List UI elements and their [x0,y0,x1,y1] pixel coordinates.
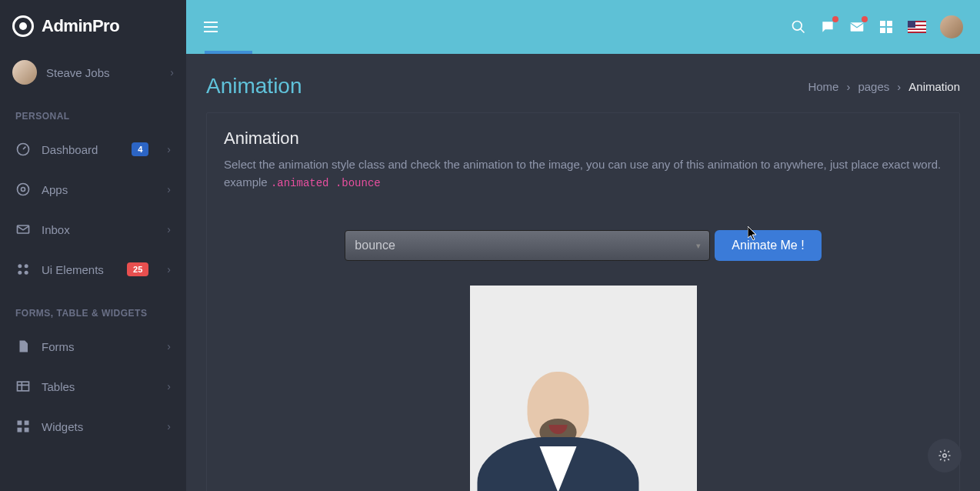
chevron-right-icon: › [167,263,171,276]
brand-name: AdminPro [42,16,119,36]
svg-rect-16 [887,21,892,26]
brand-logo-icon [12,15,34,37]
search-icon[interactable] [791,19,806,35]
gear-icon [938,449,952,463]
chat-icon[interactable] [820,19,835,35]
chevron-right-icon: › [846,80,850,93]
notification-dot [862,16,868,22]
animation-select-wrap: bounce [345,230,710,261]
chevron-right-icon: › [167,223,171,235]
demo-image-container [224,286,942,492]
nav-label: Inbox [42,223,156,236]
nav-label: Tables [42,380,156,393]
svg-rect-17 [880,28,885,33]
svg-rect-15 [880,21,885,26]
nav-section-personal: PERSONAL [0,92,186,129]
nav-label: Ui Elements [42,263,116,276]
svg-point-5 [25,264,28,268]
svg-point-19 [943,454,947,458]
svg-rect-11 [18,428,22,433]
table-icon [15,379,31,394]
animation-controls: bounce Animate Me ! [224,230,942,261]
mail-icon[interactable] [849,19,865,35]
chevron-right-icon: › [167,380,171,392]
file-icon [15,339,31,354]
notification-dot [832,16,838,22]
grid-icon[interactable] [878,19,894,35]
brand-logo[interactable]: AdminPro [0,0,186,52]
breadcrumb-pages[interactable]: pages [858,80,889,93]
topbar-user-avatar[interactable] [940,15,963,38]
palette-icon [15,262,31,277]
sidebar-item-forms[interactable]: Forms › [0,326,186,366]
page-header: Animation Home › pages › Animation [206,74,960,99]
sidebar-item-uielements[interactable]: Ui Elements 25 › [0,249,186,289]
nav-label: Widgets [42,420,156,433]
uielements-badge: 25 [127,262,148,276]
card-description: Select the animation style class and che… [224,156,942,192]
nav-label: Dashboard [42,143,121,156]
card-code-example: .animated .bounce [271,177,381,189]
chevron-right-icon: › [167,183,171,195]
svg-point-1 [22,188,25,192]
settings-fab[interactable] [928,439,962,473]
animation-card: Animation Select the animation style cla… [206,112,960,491]
topbar [186,0,980,54]
sidebar-item-tables[interactable]: Tables › [0,366,186,406]
svg-point-7 [25,271,28,275]
animation-select[interactable]: bounce [345,230,710,261]
svg-point-6 [18,271,22,275]
animate-button[interactable]: Animate Me ! [715,230,821,261]
chevron-right-icon: › [897,80,901,93]
page-title: Animation [206,74,302,99]
main-content: Animation Home › pages › Animation Anima… [186,54,980,491]
card-title: Animation [224,129,942,149]
sidebar-user-profile[interactable]: Steave Jobs › [0,52,186,92]
nav-label: Forms [42,340,156,353]
chevron-right-icon: › [167,340,171,352]
chevron-right-icon: › [167,143,171,155]
sidebar-item-inbox[interactable]: Inbox › [0,209,186,249]
svg-point-13 [793,22,802,31]
widgets-icon [15,419,31,434]
menu-toggle-icon[interactable] [203,19,218,35]
svg-rect-9 [18,421,22,426]
speedometer-icon [15,142,31,157]
svg-rect-12 [25,428,29,433]
apps-icon [15,182,31,197]
breadcrumb: Home › pages › Animation [808,80,960,93]
dashboard-badge: 4 [132,142,148,156]
sidebar-item-widgets[interactable]: Widgets › [0,406,186,446]
chevron-right-icon: › [167,420,171,433]
svg-point-2 [18,184,29,195]
svg-rect-8 [18,382,29,391]
svg-rect-10 [25,421,29,426]
sidebar-item-apps[interactable]: Apps › [0,169,186,209]
svg-rect-18 [887,28,892,33]
chevron-right-icon: › [170,66,174,78]
nav-section-forms: FORMS, TABLE & WIDGETS [0,289,186,326]
language-flag-us[interactable] [908,21,926,33]
nav-label: Apps [42,183,156,196]
svg-rect-14 [851,22,864,32]
demo-image [470,286,697,492]
mail-icon [15,222,31,237]
sidebar: AdminPro Steave Jobs › PERSONAL Dashboar… [0,0,186,491]
sidebar-item-dashboard[interactable]: Dashboard 4 › [0,129,186,169]
user-name: Steave Jobs [46,66,161,79]
user-avatar [12,60,37,85]
svg-point-4 [18,264,22,268]
breadcrumb-current: Animation [908,80,960,93]
breadcrumb-home[interactable]: Home [808,80,838,93]
